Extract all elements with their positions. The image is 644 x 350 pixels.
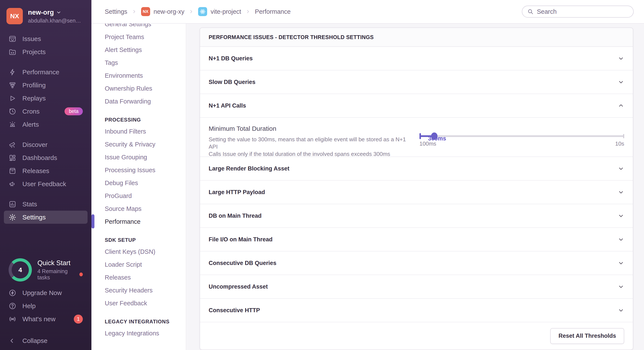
accordion-large-render-blocking-asset[interactable]: Large Render Blocking Asset	[200, 157, 633, 180]
chevron-down-icon	[618, 236, 624, 243]
subnav-inbound-filters[interactable]: Inbound Filters	[92, 125, 186, 138]
siren-icon	[8, 121, 16, 128]
panel-title: PERFORMANCE ISSUES - DETECTOR THRESHOLD …	[200, 28, 633, 47]
chevron-down-icon	[618, 283, 624, 290]
chevron-right-icon	[132, 9, 137, 14]
search-input[interactable]	[537, 8, 628, 15]
chevron-down-icon	[618, 55, 624, 62]
subnav-tags[interactable]: Tags	[92, 56, 186, 69]
chevron-down-icon	[618, 307, 624, 314]
chevron-down-icon	[56, 10, 61, 15]
sidebar-item-dashboards[interactable]: Dashboards	[4, 151, 88, 164]
subnav-source-maps[interactable]: Source Maps	[92, 202, 186, 215]
subnav-issue-grouping[interactable]: Issue Grouping	[92, 151, 186, 164]
sidebar-item-replays[interactable]: Replays	[4, 92, 88, 105]
subnav-project-teams[interactable]: Project Teams	[92, 30, 186, 43]
breadcrumb-settings[interactable]: Settings	[105, 8, 127, 15]
n1-api-calls-detail: Minimum Total Duration Setting the value…	[200, 118, 633, 157]
search-box[interactable]	[522, 5, 634, 18]
clock-icon	[8, 108, 16, 115]
subnav-releases[interactable]: Releases	[92, 271, 186, 284]
collapse-button[interactable]: Collapse	[0, 332, 92, 350]
subnav-heading-sdk-setup: SDK SETUP	[92, 234, 186, 245]
accordion-uncompressed-asset[interactable]: Uncompressed Asset	[200, 275, 633, 299]
archive-icon	[8, 167, 16, 175]
org-switcher[interactable]: NX new-org abdullah.khan@sen…	[0, 0, 92, 32]
threshold-setting-title: Minimum Total Duration	[209, 125, 406, 132]
subnav-heading-legacy: LEGACY INTEGRATIONS	[92, 315, 186, 327]
breadcrumb-project[interactable]: vite-project	[198, 7, 241, 16]
sidebar-item-alerts[interactable]: Alerts	[4, 118, 88, 131]
subnav-environments[interactable]: Environments	[92, 69, 186, 82]
duration-slider: 300ms 100ms 10s	[420, 135, 624, 147]
chevron-down-icon	[618, 213, 624, 219]
chevron-down-icon	[618, 165, 624, 172]
upgrade-icon	[8, 289, 16, 297]
slider-track[interactable]	[420, 135, 624, 137]
sidebar-item-help[interactable]: Help	[4, 299, 88, 312]
reset-all-thresholds-button[interactable]: Reset All Thresholds	[550, 328, 624, 344]
org-avatar: NX	[6, 8, 23, 24]
subnav-user-feedback[interactable]: User Feedback	[92, 297, 186, 310]
subnav-legacy-integrations[interactable]: Legacy Integrations	[92, 327, 186, 340]
accordion-consecutive-http[interactable]: Consecutive HTTP	[200, 299, 633, 322]
chevron-right-icon	[189, 9, 194, 14]
slider-min-cap	[420, 133, 421, 139]
subnav-loader-script[interactable]: Loader Script	[92, 258, 186, 271]
slider-thumb[interactable]	[431, 133, 438, 140]
accordion-n1-api-calls[interactable]: N+1 API Calls	[200, 94, 633, 118]
slider-max-cap	[623, 134, 624, 138]
threshold-setting-description: Setting the value to 300ms, means that a…	[209, 136, 406, 158]
chevron-left-icon	[8, 337, 16, 344]
sidebar-item-crons[interactable]: Crons beta	[4, 105, 88, 118]
quickstart-panel[interactable]: 4 Quick Start 4 Remaining tasks	[4, 257, 88, 283]
org-badge: NX	[141, 7, 150, 16]
org-name: new-org	[28, 8, 54, 16]
sidebar-nav: Issues Projects Performance Profiling Re…	[0, 32, 92, 224]
lightning-icon	[8, 68, 16, 76]
quickstart-subtitle: 4 Remaining tasks	[38, 268, 76, 281]
subnav-security-privacy[interactable]: Security & Privacy	[92, 138, 186, 151]
sidebar-item-projects[interactable]: Projects	[4, 45, 88, 58]
main-sidebar: NX new-org abdullah.khan@sen… Issues Pro…	[0, 0, 92, 350]
quickstart-progress: 4	[8, 258, 32, 282]
sidebar-item-discover[interactable]: Discover	[4, 138, 88, 151]
subnav-processing-issues[interactable]: Processing Issues	[92, 164, 186, 176]
sidebar-item-user-feedback[interactable]: User Feedback	[4, 177, 88, 190]
subnav-client-keys[interactable]: Client Keys (DSN)	[92, 245, 186, 258]
subnav-ownership-rules[interactable]: Ownership Rules	[92, 82, 186, 95]
bar-chart-icon	[8, 200, 16, 208]
accordion-slow-db-queries[interactable]: Slow DB Queries	[200, 70, 633, 94]
sidebar-item-issues[interactable]: Issues	[4, 32, 88, 45]
accordion-db-on-main-thread[interactable]: DB on Main Thread	[200, 204, 633, 228]
subnav-data-forwarding[interactable]: Data Forwarding	[92, 95, 186, 108]
chevron-down-icon	[618, 79, 624, 85]
top-bar: Settings NX new-org-xy vite-project Perf…	[92, 0, 644, 24]
profiling-icon	[8, 81, 16, 89]
sidebar-item-performance[interactable]: Performance	[4, 65, 88, 79]
subnav-proguard[interactable]: ProGuard	[92, 189, 186, 202]
issues-icon	[8, 35, 16, 43]
accordion-n1-db-queries[interactable]: N+1 DB Queries	[200, 47, 633, 70]
play-icon	[8, 94, 16, 102]
accordion-file-io-on-main-thread[interactable]: File I/O on Main Thread	[200, 228, 633, 251]
quickstart-count: 4	[12, 261, 29, 279]
breadcrumb-org[interactable]: NX new-org-xy	[141, 7, 184, 16]
sidebar-item-settings[interactable]: Settings	[4, 211, 88, 224]
sidebar-item-whats-new[interactable]: What's new 1	[4, 312, 88, 326]
megaphone-icon	[8, 180, 16, 188]
sidebar-footer-nav: Upgrade Now Help What's new 1	[0, 286, 92, 326]
subnav-performance[interactable]: Performance	[92, 215, 186, 228]
sidebar-item-upgrade[interactable]: Upgrade Now	[4, 286, 88, 299]
subnav-alert-settings[interactable]: Alert Settings	[92, 43, 186, 56]
accordion-consecutive-db-queries[interactable]: Consecutive DB Queries	[200, 251, 633, 275]
accordion-large-http-payload[interactable]: Large HTTP Payload	[200, 180, 633, 204]
panel-footer: Reset All Thresholds	[200, 322, 633, 350]
react-project-icon	[198, 7, 207, 16]
sidebar-item-stats[interactable]: Stats	[4, 197, 88, 211]
sidebar-item-profiling[interactable]: Profiling	[4, 79, 88, 92]
sidebar-item-releases[interactable]: Releases	[4, 164, 88, 177]
subnav-security-headers[interactable]: Security Headers	[92, 284, 186, 297]
subnav-debug-files[interactable]: Debug Files	[92, 176, 186, 189]
chevron-right-icon	[246, 9, 250, 14]
